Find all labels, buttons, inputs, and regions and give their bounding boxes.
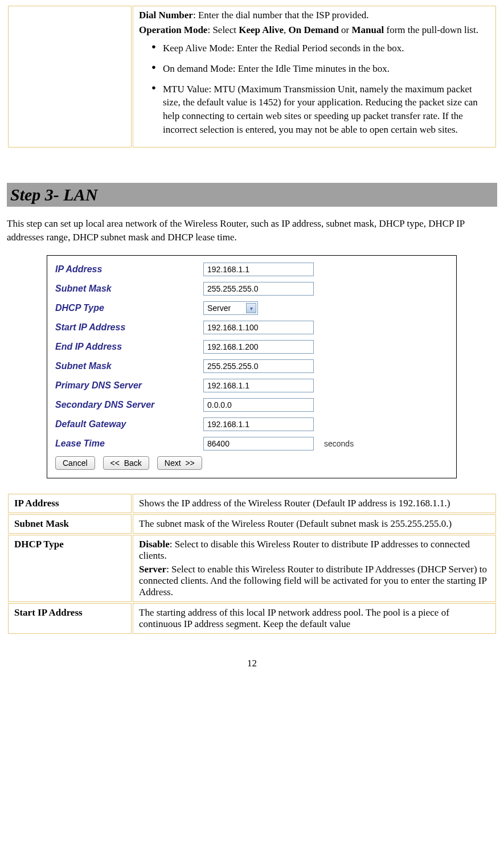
dial-number-label: Dial Number: [139, 10, 193, 21]
op-mode-opt-0: Keep Alive: [239, 24, 284, 35]
cancel-button[interactable]: Cancel: [55, 456, 95, 470]
op-mode-sep1: ,: [284, 24, 289, 35]
dhcp-server-text: : Select to enable this Wireless Router …: [139, 564, 487, 597]
lan-description-table: IP Address Shows the IP address of the W…: [7, 493, 497, 635]
table-row: Start IP Address The starting address of…: [8, 603, 496, 634]
dial-number-text: : Enter the dial number that the ISP pro…: [193, 10, 369, 21]
form-label: DHCP Type: [55, 303, 203, 313]
dhcp-server-line: Server: Select to enable this Wireless R…: [139, 564, 490, 598]
bullet-keep-alive: Keep Alive Mode: Enter the Redial Period…: [151, 42, 490, 55]
table-row: Subnet Mask The subnet mask of the Wirel…: [8, 514, 496, 534]
form-label: Subnet Mask: [55, 361, 203, 371]
form-row: Lease Timeseconds: [55, 437, 448, 450]
top-content-cell: Dial Number: Enter the dial number that …: [133, 6, 496, 148]
top-empty-label-cell: [8, 6, 132, 148]
intro-paragraph: This step can set up local area network …: [7, 217, 497, 244]
step-heading: Step 3- LAN: [7, 183, 497, 207]
desc-text-subnet: The subnet mask of the Wireless Router (…: [133, 514, 496, 534]
desc-label-startip: Start IP Address: [8, 603, 132, 634]
form-label: Lease Time: [55, 439, 203, 449]
op-mode-label: Operation Mode: [139, 24, 207, 35]
bullet-mtu: MTU Value: MTU (Maximum Transmission Uni…: [151, 83, 490, 137]
bullet-on-demand: On demand Mode: Enter the Idle Time minu…: [151, 62, 490, 76]
dhcp-disable-line: Disable: Select to disable this Wireless…: [139, 539, 490, 562]
op-mode-opt-2: Manual: [352, 24, 384, 35]
page-number: 12: [7, 658, 497, 669]
form-label: IP Address: [55, 264, 203, 275]
form-input[interactable]: [203, 359, 314, 373]
op-mode-tail: form the pull-down list.: [384, 24, 478, 35]
form-label: Default Gateway: [55, 419, 203, 429]
desc-text-ip: Shows the IP address of the Wireless Rou…: [133, 494, 496, 513]
chevron-down-icon[interactable]: ▾: [246, 303, 256, 313]
dhcp-disable-text: : Select to disable this Wireless Router…: [139, 539, 470, 561]
unit-label: seconds: [324, 439, 354, 448]
form-row: Start IP Address: [55, 321, 448, 334]
dial-number-line: Dial Number: Enter the dial number that …: [139, 10, 490, 21]
form-label: Start IP Address: [55, 322, 203, 333]
op-mode-opt-1: On Demand: [289, 24, 339, 35]
operation-mode-line: Operation Mode: Select Keep Alive, On De…: [139, 24, 490, 36]
form-label: Secondary DNS Server: [55, 400, 203, 410]
form-input[interactable]: [203, 417, 314, 431]
form-input[interactable]: [203, 340, 314, 354]
form-row: Primary DNS Server: [55, 379, 448, 392]
form-row: Default Gateway: [55, 417, 448, 431]
form-input[interactable]: [203, 437, 314, 450]
form-input[interactable]: [203, 398, 314, 412]
form-row: DHCP TypeServer▾: [55, 301, 448, 315]
back-button[interactable]: << Back: [103, 456, 149, 470]
dhcp-type-select[interactable]: Server▾: [203, 301, 258, 315]
form-row: End IP Address: [55, 340, 448, 354]
op-mode-sep2: or: [339, 24, 352, 35]
table-row: DHCP Type Disable: Select to disable thi…: [8, 535, 496, 602]
form-row: IP Address: [55, 263, 448, 276]
op-mode-mid: : Select: [207, 24, 239, 35]
form-input[interactable]: [203, 321, 314, 334]
desc-text-startip: The starting address of this local IP ne…: [133, 603, 496, 634]
desc-label-dhcp: DHCP Type: [8, 535, 132, 602]
form-row: Subnet Mask: [55, 282, 448, 296]
dhcp-disable-b: Disable: [139, 539, 170, 550]
form-label: End IP Address: [55, 342, 203, 352]
form-row: Subnet Mask: [55, 359, 448, 373]
dhcp-server-b: Server: [139, 564, 166, 575]
form-label: Subnet Mask: [55, 284, 203, 294]
top-continuation-table: Dial Number: Enter the dial number that …: [7, 5, 497, 149]
form-row: Secondary DNS Server: [55, 398, 448, 412]
desc-text-dhcp: Disable: Select to disable this Wireless…: [133, 535, 496, 602]
lan-form-screenshot: IP AddressSubnet MaskDHCP TypeServer▾Sta…: [47, 255, 457, 478]
next-button[interactable]: Next >>: [157, 456, 202, 470]
desc-label-subnet: Subnet Mask: [8, 514, 132, 534]
form-input[interactable]: [203, 282, 314, 296]
form-label: Primary DNS Server: [55, 380, 203, 391]
form-input[interactable]: [203, 263, 314, 276]
top-bullet-list: Keep Alive Mode: Enter the Redial Period…: [139, 42, 490, 137]
select-value: Server: [207, 304, 231, 313]
desc-label-ip: IP Address: [8, 494, 132, 513]
form-button-row: Cancel << Back Next >>: [55, 456, 448, 470]
form-input[interactable]: [203, 379, 314, 392]
table-row: IP Address Shows the IP address of the W…: [8, 494, 496, 513]
